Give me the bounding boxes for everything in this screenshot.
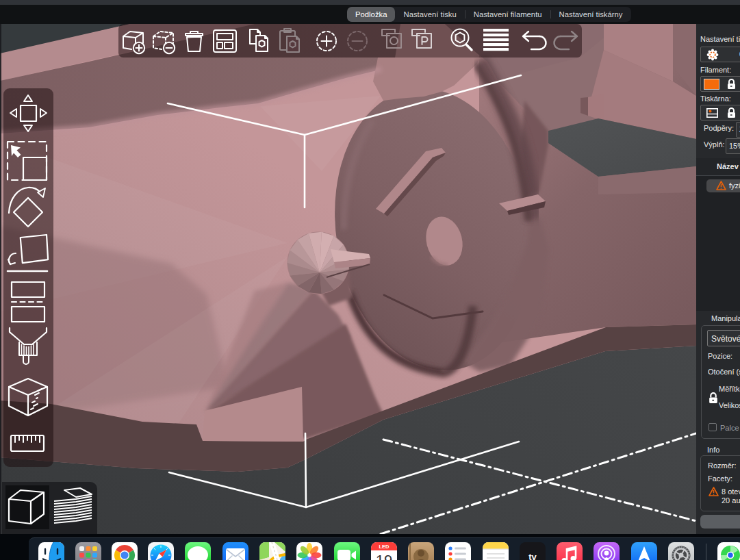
svg-text:19: 19 bbox=[376, 552, 392, 560]
svg-text:tv: tv bbox=[528, 552, 537, 560]
svg-text:LED: LED bbox=[379, 544, 390, 550]
